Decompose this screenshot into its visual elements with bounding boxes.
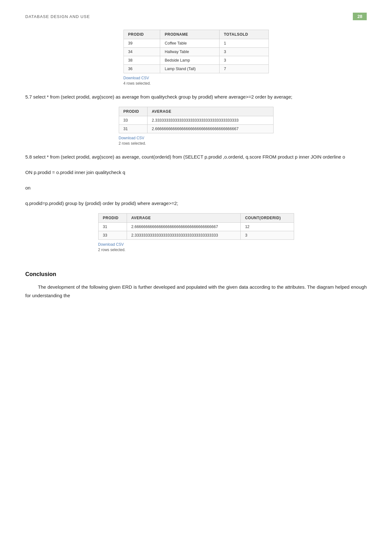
result-wrapper-1: PRODID PRODNAME TOTALSOLD 39Coffee Table… <box>124 30 269 86</box>
query-58-line1-span: 5.8 select * from (select prodid, avg(sc… <box>25 154 345 160</box>
result-block-2: PRODID AVERAGE 332.333333333333333333333… <box>25 107 367 146</box>
query-58-line4: q.prodid=p.prodid) group by (prodid) ord… <box>25 199 367 208</box>
table-row: 332.333333333333333333333333333333333333… <box>98 231 294 240</box>
page-header: DATABASE DESIGN AND USE 28 <box>25 13 367 20</box>
query-58-line3-span: on <box>25 185 31 190</box>
table-row: 34Hallway Table3 <box>124 48 268 56</box>
table-3-col-count: COUNT(ORDERID) <box>240 214 294 223</box>
table-2-col-prodid: PRODID <box>119 107 147 116</box>
table-1-col-prodid: PRODID <box>124 30 160 39</box>
query-58-line4-span: q.prodid=p.prodid) group by (prodid) ord… <box>25 201 178 206</box>
query-58-line3: on <box>25 184 367 192</box>
result-block-3: PRODID AVERAGE COUNT(ORDERID) 312.666666… <box>25 213 367 252</box>
table-row: 312.666666666666666666666666666666666666… <box>98 223 294 231</box>
table-1-col-prodname: PRODNAME <box>160 30 219 39</box>
table-row: 312.666666666666666666666666666666666666… <box>119 125 273 133</box>
table-row: 36Lamp Stand (Tall)7 <box>124 65 268 73</box>
result-wrapper-3: PRODID AVERAGE COUNT(ORDERID) 312.666666… <box>98 213 294 252</box>
page-title: DATABASE DESIGN AND USE <box>25 14 90 19</box>
table-1: PRODID PRODNAME TOTALSOLD 39Coffee Table… <box>124 30 269 73</box>
query-58-line1: 5.8 select * from (select prodid, avg(sc… <box>25 153 367 161</box>
conclusion-title: Conclusion <box>25 271 367 278</box>
rows-selected-2: 2 rows selected. <box>119 141 274 146</box>
table-1-col-totalsold: TOTALSOLD <box>219 30 268 39</box>
table-3-header-row: PRODID AVERAGE COUNT(ORDERID) <box>98 214 294 223</box>
query-57-span: 5.7 select * from (select prodid, avg(sc… <box>25 94 292 99</box>
download-csv-2[interactable]: Download CSV <box>119 136 144 140</box>
table-2: PRODID AVERAGE 332.333333333333333333333… <box>119 107 274 133</box>
result-wrapper-2: PRODID AVERAGE 332.333333333333333333333… <box>119 107 274 146</box>
table-3-col-average: AVERAGE <box>127 214 240 223</box>
query-58-line2: ON p.prodid = o.prodid inner join qualit… <box>25 168 367 177</box>
query-58-line2-span: ON p.prodid = o.prodid inner join qualit… <box>25 170 125 175</box>
query-57-text: 5.7 select * from (select prodid, avg(sc… <box>25 93 367 101</box>
table-row: 332.333333333333333333333333333333333333… <box>119 116 273 125</box>
table-2-col-average: AVERAGE <box>147 107 273 116</box>
table-1-header-row: PRODID PRODNAME TOTALSOLD <box>124 30 268 39</box>
table-row: 38Bedside Lamp3 <box>124 56 268 65</box>
conclusion-text-1: The development of the following given E… <box>25 283 367 300</box>
table-row: 39Coffee Table1 <box>124 39 268 48</box>
rows-selected-1: 4 rows selected. <box>124 81 269 86</box>
result-block-1: PRODID PRODNAME TOTALSOLD 39Coffee Table… <box>25 30 367 86</box>
table-3-col-prodid: PRODID <box>98 214 127 223</box>
page-number: 28 <box>353 13 367 20</box>
table-2-header-row: PRODID AVERAGE <box>119 107 273 116</box>
download-csv-3[interactable]: Download CSV <box>98 242 124 247</box>
table-3: PRODID AVERAGE COUNT(ORDERID) 312.666666… <box>98 213 294 240</box>
rows-selected-3: 2 rows selected. <box>98 248 294 252</box>
download-csv-1[interactable]: Download CSV <box>124 76 149 80</box>
conclusion-section: Conclusion The development of the follow… <box>25 271 367 300</box>
